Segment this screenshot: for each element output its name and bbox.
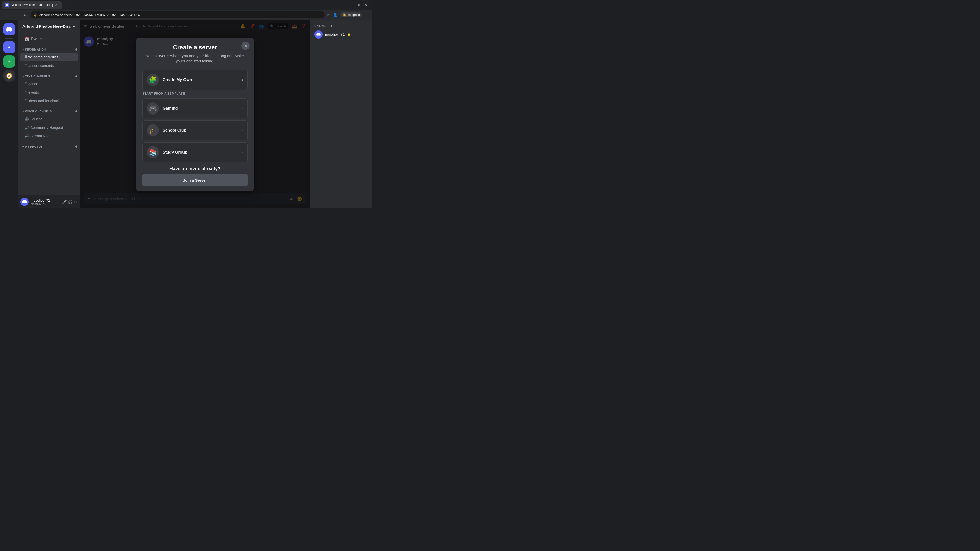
member-item-moodjoy[interactable]: moodjoy_71 ⭐	[312, 29, 369, 40]
incognito-label: Incognito	[347, 13, 360, 17]
voice-item-lounge[interactable]: 🔊 Lounge	[21, 115, 78, 123]
profile-icon[interactable]: 👤	[333, 13, 337, 17]
modal-close-button[interactable]: ✕	[242, 42, 250, 50]
active-tab[interactable]: Discord | #welcome-and-rules | ✕	[2, 0, 62, 9]
study-group-icon-wrap: 📚	[147, 146, 159, 159]
category-information[interactable]: ▾ INFORMATION +	[18, 43, 80, 53]
tab-title: Discord | #welcome-and-rules |	[11, 3, 53, 6]
category-information-label: INFORMATION	[25, 48, 46, 51]
category-photos[interactable]: ▾ MY PHOTOS +	[18, 140, 80, 150]
user-status: moodjoy_b...	[30, 202, 60, 205]
user-info: moodjoy_71 moodjoy_b...	[30, 198, 60, 205]
close-window-button[interactable]: ✕	[364, 3, 368, 7]
channel-item-ideas[interactable]: # ideas-and-feedback	[21, 97, 78, 105]
server-icon-add[interactable]: +	[3, 56, 15, 68]
settings-icon-welcome[interactable]: ⚙	[73, 56, 76, 59]
mic-icon[interactable]: 🎤	[62, 200, 67, 204]
add-channel-text[interactable]: +	[75, 74, 78, 79]
category-photos-label: MY PHOTOS	[25, 145, 43, 148]
channel-item-events[interactable]: 📅 Events	[21, 35, 78, 43]
server-menu-chevron: ▼	[73, 24, 76, 28]
hash-icon-general: #	[24, 82, 27, 86]
hash-icon-ideas: #	[24, 98, 27, 103]
gaming-icon: 🎮	[149, 105, 157, 113]
modal-subtitle: Your server is where you and your friend…	[142, 53, 248, 64]
study-group-chevron: ›	[242, 150, 243, 155]
server-header[interactable]: Arts and Photos Here-Disc ▼	[18, 20, 80, 32]
tab-bar: Discord | #welcome-and-rules | ✕ + — ⧉ ✕	[0, 0, 372, 10]
create-my-own-icon-wrap: 🧩	[147, 74, 159, 86]
settings-icon[interactable]: ⚙	[74, 200, 78, 204]
school-club-label: School Club	[162, 128, 239, 133]
member-avatar-moodjoy	[314, 30, 323, 38]
headphones-icon[interactable]: 🎧	[68, 200, 73, 204]
browser-chrome: Discord | #welcome-and-rules | ✕ + — ⧉ ✕…	[0, 0, 372, 20]
user-avatar	[21, 198, 29, 206]
modal-header: Create a server Your server is where you…	[136, 38, 254, 66]
server-icon-discord-home[interactable]	[3, 23, 15, 35]
add-channel-information[interactable]: +	[75, 47, 78, 52]
school-club-icon: 🎓	[149, 127, 157, 135]
address-bar[interactable]: 🔒 discord.com/channels/11823614564617503…	[30, 11, 325, 18]
minimize-button[interactable]: —	[350, 3, 354, 7]
school-club-chevron: ›	[242, 128, 243, 133]
main-content: # welcome-and-rules | Sample Discord for…	[80, 20, 310, 208]
option-create-my-own[interactable]: 🧩 Create My Own ›	[142, 70, 248, 90]
join-server-button[interactable]: Join a Server	[142, 175, 248, 186]
option-school-club[interactable]: 🎓 School Club ›	[142, 121, 248, 140]
close-icon: ✕	[244, 44, 247, 48]
modal-overlay: ✕ Create a server Your server is where y…	[80, 20, 310, 208]
new-tab-button[interactable]: +	[62, 1, 70, 8]
gaming-label: Gaming	[162, 106, 239, 111]
member-name-moodjoy: moodjoy_71	[325, 32, 345, 37]
study-group-icon: 📚	[149, 148, 157, 156]
modal-title: Create a server	[142, 44, 248, 51]
speaker-icon-stream: 🔊	[24, 134, 29, 138]
url-text: discord.com/channels/1182361456461750375…	[39, 13, 143, 17]
gaming-chevron: ›	[242, 106, 243, 111]
nav-bar: ← → ↻ 🔒 discord.com/channels/11823614564…	[0, 10, 372, 20]
user-panel-icons: 🎤 🎧 ⚙	[62, 200, 78, 204]
category-voice-label: VOICE CHANNELS	[25, 110, 52, 113]
tab-favicon	[5, 3, 9, 7]
server-icon-arts-wrap: A	[3, 41, 15, 53]
template-section-title: START FROM A TEMPLATE	[142, 92, 248, 95]
create-server-modal: ✕ Create a server Your server is where y…	[136, 38, 254, 191]
forward-button[interactable]: →	[12, 11, 19, 18]
voice-item-stream[interactable]: 🔊 Stream Room	[21, 132, 78, 140]
option-gaming[interactable]: 🎮 Gaming ›	[142, 98, 248, 118]
reload-button[interactable]: ↻	[21, 11, 29, 18]
hash-icon-events: #	[24, 90, 27, 95]
nav-actions: ☆ 👤 🕵 Incognito ⋮	[327, 13, 369, 17]
back-button[interactable]: ←	[3, 11, 10, 18]
channel-list: 📅 Events ▾ INFORMATION + # welcome-and-r…	[18, 32, 80, 195]
server-icon-explore[interactable]: 🧭	[3, 70, 15, 82]
category-voice[interactable]: ▾ VOICE CHANNELS +	[18, 105, 80, 115]
channel-item-general[interactable]: # general	[21, 80, 78, 88]
restore-button[interactable]: ⧉	[358, 3, 360, 7]
tab-controls: — ⧉ ✕	[350, 3, 369, 7]
chevron-voice: ▾	[22, 110, 24, 113]
incognito-icon: 🕵	[342, 13, 346, 17]
tab-close-button[interactable]: ✕	[54, 3, 59, 7]
discord-app: A + 🧭 Arts and Photos Here-Disc ▼ 📅 Even…	[0, 20, 372, 208]
calendar-icon: 📅	[24, 37, 30, 41]
server-icon-arts[interactable]: A	[3, 41, 15, 53]
menu-icon[interactable]: ⋮	[365, 13, 369, 17]
add-channel-photos[interactable]: +	[75, 144, 78, 149]
channel-item-events-text[interactable]: # events	[21, 88, 78, 97]
create-my-own-label: Create My Own	[162, 78, 239, 82]
category-text-label: TEXT CHANNELS	[25, 75, 50, 78]
channel-item-announcements[interactable]: # announcements	[21, 62, 78, 70]
school-club-icon-wrap: 🎓	[147, 124, 159, 137]
speaker-icon-lounge: 🔊	[24, 117, 29, 121]
category-text[interactable]: ▾ TEXT CHANNELS +	[18, 70, 80, 79]
add-channel-voice[interactable]: +	[75, 109, 78, 114]
invite-title: Have an invite already?	[142, 166, 248, 171]
voice-item-community[interactable]: 🔊 Community Hangout	[21, 124, 78, 132]
online-section-title: ONLINE — 1	[312, 24, 369, 27]
channel-item-welcome[interactable]: # welcome-and-rules ⚙	[21, 53, 78, 61]
bookmark-icon[interactable]: ☆	[327, 13, 330, 17]
option-study-group[interactable]: 📚 Study Group ›	[142, 142, 248, 162]
gaming-icon-wrap: 🎮	[147, 102, 159, 114]
